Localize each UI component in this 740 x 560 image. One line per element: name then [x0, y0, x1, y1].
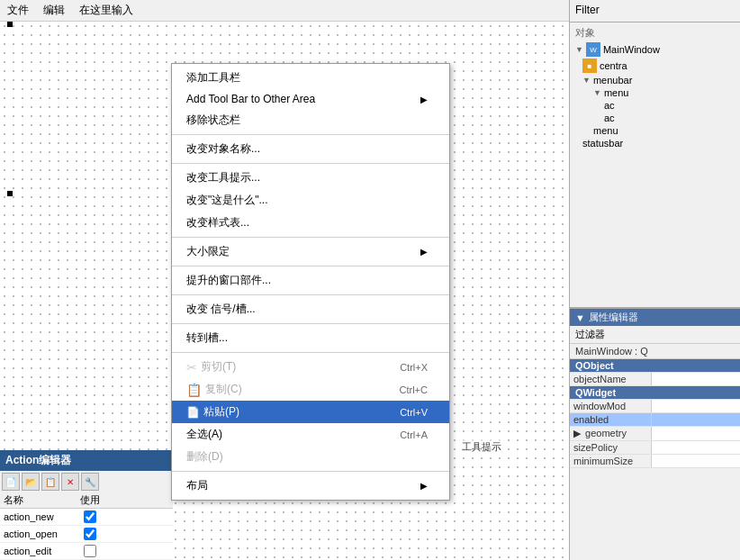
menu-paste-shortcut: Ctrl+V [400, 407, 428, 418]
tree-item-central[interactable]: ■ centra [572, 58, 738, 74]
menu-selectall[interactable]: 全选(A) Ctrl+A [172, 423, 449, 446]
props-value-sizepolicy[interactable] [651, 441, 740, 455]
icon-mainwindow: W [586, 42, 600, 57]
menu-edit[interactable]: 编辑 [36, 1, 72, 20]
action-new-btn[interactable]: 📄 [2, 473, 20, 491]
label-menu2: menu [593, 125, 618, 136]
arrow-menu: ▼ [593, 88, 601, 97]
menu-change-obj-name[interactable]: 改变对象名称... [172, 138, 449, 160]
action-new-checkbox[interactable] [84, 510, 96, 523]
menu-layout-label: 布局 [186, 478, 208, 493]
menu-paste[interactable]: 📄 粘贴(P) Ctrl+V [172, 401, 449, 423]
props-name-sizepolicy: sizePolicy [570, 441, 651, 455]
properties-panel: ▼ 属性编辑器 过滤器 MainWindow : Q QObject objec… [570, 308, 740, 560]
props-collapse-icon[interactable]: ▼ [575, 312, 585, 323]
props-group-qwidget: QWidget [570, 386, 740, 400]
submenu-arrow-1: ▶ [420, 95, 428, 104]
tree-item-menu[interactable]: ▼ menu [572, 86, 738, 99]
props-name-minimumsize: minimumSize [570, 455, 651, 468]
arrow-mainwindow: ▼ [575, 45, 583, 54]
label-central: centra [600, 60, 627, 71]
props-row-minimumsize[interactable]: minimumSize [570, 455, 740, 468]
action-copy-btn[interactable]: 📋 [41, 473, 59, 491]
submenu-arrow-2: ▶ [420, 247, 428, 257]
filter-label: Filter [575, 4, 735, 16]
tree-item-menubar[interactable]: ▼ menubar [572, 74, 738, 86]
menu-file[interactable]: 文件 [0, 1, 36, 20]
props-value-objectname[interactable] [651, 373, 740, 386]
context-menu[interactable]: 添加工具栏 Add Tool Bar to Other Area ▶ 移除状态栏… [171, 63, 450, 501]
paste-icon: 📄 [186, 406, 200, 419]
props-group-qobject: QObject [570, 359, 740, 373]
menu-size-constraint-label: 大小限定 [186, 244, 230, 259]
props-row-objectname[interactable]: objectName [570, 373, 740, 386]
menu-add-toolbar[interactable]: 添加工具栏 [172, 67, 449, 89]
tree-item-ac2[interactable]: ac [572, 112, 738, 124]
menu-promote-widget-label: 提升的窗口部件... [186, 273, 271, 288]
menu-change-whatsthis[interactable]: 改变"这是什么"... [172, 189, 449, 212]
menu-remove-statusbar-label: 移除状态栏 [186, 113, 240, 128]
menu-add-toolbar-other[interactable]: Add Tool Bar to Other Area ▶ [172, 89, 449, 109]
tree-item-mainwindow[interactable]: ▼ W MainWindow [572, 41, 738, 58]
separator-6 [172, 323, 449, 324]
action-editor-panel: Action编辑器 📄 📂 📋 ✕ 🔧 名称 使用 action_new act… [0, 450, 173, 560]
props-row-windowmod[interactable]: windowMod [570, 400, 740, 413]
action-row-new[interactable]: action_new [0, 509, 173, 526]
paste-tooltip-label: 工具提示 [459, 439, 504, 455]
props-row-geometry[interactable]: ▶ geometry [570, 427, 740, 441]
props-row-sizepolicy[interactable]: sizePolicy [570, 441, 740, 455]
props-title: 属性编辑器 [589, 311, 638, 324]
action-settings-btn[interactable]: 🔧 [81, 473, 99, 491]
label-mainwindow: MainWindow [603, 44, 660, 55]
action-row-edit[interactable]: action_edit [0, 543, 173, 560]
separator-3 [172, 237, 449, 238]
props-value-enabled[interactable] [651, 413, 740, 427]
props-value-minimumsize[interactable] [651, 455, 740, 468]
props-value-geometry[interactable] [651, 427, 740, 441]
separator-7 [172, 352, 449, 353]
menu-cut: ✂ 剪切(T) Ctrl+X [172, 356, 449, 378]
tree-item-ac1[interactable]: ac [572, 99, 738, 112]
separator-8 [172, 471, 449, 472]
menu-delete-label: 删除(D) [186, 449, 223, 465]
action-edit-checkbox[interactable] [84, 545, 96, 557]
action-editor-toolbar: 📄 📂 📋 ✕ 🔧 [0, 471, 173, 492]
props-value-windowmod[interactable] [651, 400, 740, 413]
props-filter-label: 过滤器 [570, 326, 740, 344]
menu-layout[interactable]: 布局 ▶ [172, 474, 449, 497]
menu-remove-statusbar[interactable]: 移除状态栏 [172, 109, 449, 131]
label-menu: menu [604, 87, 629, 98]
props-name-objectname: objectName [570, 373, 651, 386]
col-name-header: 名称 [4, 493, 80, 507]
menu-goto-slot[interactable]: 转到槽... [172, 327, 449, 349]
menu-type-here[interactable]: 在这里输入 [72, 1, 140, 20]
props-row-enabled[interactable]: enabled [570, 413, 740, 427]
tree-item-menu2[interactable]: menu [572, 124, 738, 137]
handle-left [7, 191, 13, 196]
object-tree[interactable]: 对象 ▼ W MainWindow ■ centra ▼ menubar ▼ m… [570, 23, 740, 308]
menu-copy: 📋 复制(C) Ctrl+C [172, 378, 449, 401]
menu-change-whatsthis-label: 改变"这是什么"... [186, 193, 268, 208]
label-menubar: menubar [593, 75, 632, 86]
action-delete-btn[interactable]: ✕ [61, 473, 79, 491]
separator-5 [172, 294, 449, 295]
props-name-windowmod: windowMod [570, 400, 651, 413]
tree-item-statusbar[interactable]: statusbar [572, 137, 738, 149]
props-table: QObject objectName QWidget windowMod ena… [570, 359, 740, 468]
geometry-expand-icon[interactable]: ▶ [573, 428, 581, 438]
menu-change-signal-label: 改变 信号/槽... [186, 302, 256, 317]
menu-promote-widget[interactable]: 提升的窗口部件... [172, 269, 449, 292]
menu-goto-slot-label: 转到槽... [186, 330, 228, 346]
icon-central: ■ [582, 59, 597, 73]
menu-change-stylesheet[interactable]: 改变样式表... [172, 212, 449, 234]
action-open-checkbox[interactable] [84, 528, 96, 540]
action-open-btn[interactable]: 📂 [22, 473, 40, 491]
menu-change-signal[interactable]: 改变 信号/槽... [172, 298, 449, 321]
label-statusbar: statusbar [582, 138, 623, 149]
menu-size-constraint[interactable]: 大小限定 ▶ [172, 240, 449, 263]
menu-cut-label: 剪切(T) [201, 359, 236, 375]
props-name-enabled: enabled [570, 413, 651, 427]
menu-change-tooltip[interactable]: 改变工具提示... [172, 167, 449, 189]
arrow-menubar: ▼ [582, 76, 591, 85]
action-row-open[interactable]: action_open [0, 526, 173, 543]
